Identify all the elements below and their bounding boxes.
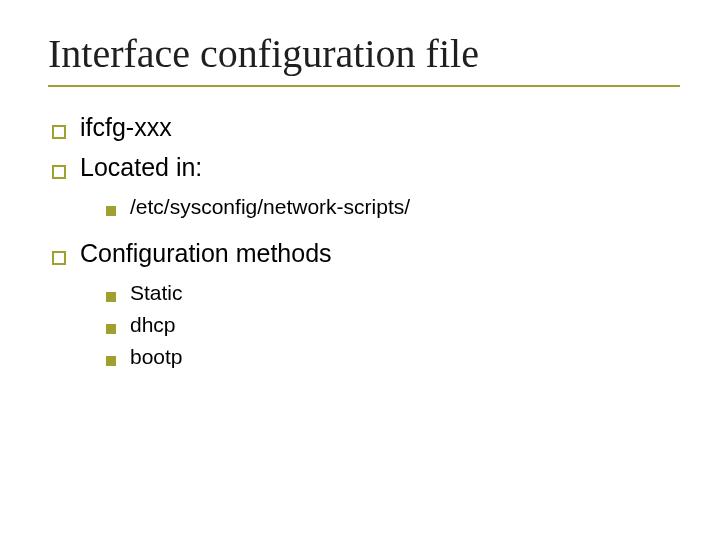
bullet-level2: Static <box>106 279 680 307</box>
bullet-text: ifcfg-xxx <box>80 111 172 145</box>
bullet-text: Static <box>130 279 183 307</box>
bullet-level1: ifcfg-xxx <box>52 111 680 145</box>
hollow-square-icon <box>52 125 66 139</box>
bullet-level1: Located in: <box>52 151 680 185</box>
hollow-square-icon <box>52 251 66 265</box>
title-rule <box>48 85 680 87</box>
filled-square-icon <box>106 292 116 302</box>
bullet-text: Located in: <box>80 151 202 185</box>
bullet-level2: /etc/sysconfig/network-scripts/ <box>106 193 680 221</box>
bullet-text: Configuration methods <box>80 237 332 271</box>
bullet-level2: bootp <box>106 343 680 371</box>
bullet-level1: Configuration methods <box>52 237 680 271</box>
bullet-text: bootp <box>130 343 183 371</box>
filled-square-icon <box>106 324 116 334</box>
filled-square-icon <box>106 356 116 366</box>
bullet-text: dhcp <box>130 311 176 339</box>
sublist: Static dhcp bootp <box>106 279 680 372</box>
bullet-text: /etc/sysconfig/network-scripts/ <box>130 193 410 221</box>
slide-title: Interface configuration file <box>48 30 680 77</box>
hollow-square-icon <box>52 165 66 179</box>
slide: Interface configuration file ifcfg-xxx L… <box>0 0 720 408</box>
sublist: /etc/sysconfig/network-scripts/ <box>106 193 680 221</box>
bullet-level2: dhcp <box>106 311 680 339</box>
filled-square-icon <box>106 206 116 216</box>
